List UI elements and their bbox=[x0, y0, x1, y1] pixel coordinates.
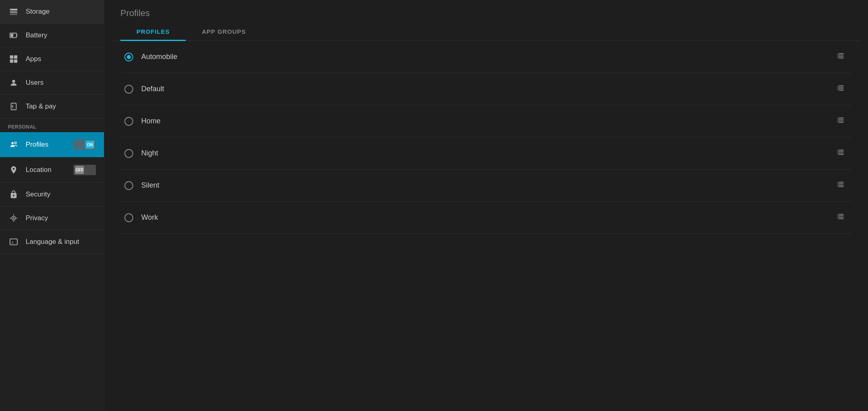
profile-item-night[interactable]: Night bbox=[120, 137, 852, 170]
profile-settings-work[interactable] bbox=[833, 211, 848, 225]
profile-settings-silent[interactable] bbox=[833, 178, 848, 192]
main-content: Profiles PROFILES APP GROUPS Automobile … bbox=[104, 0, 868, 411]
storage-icon bbox=[8, 7, 19, 16]
profile-item-automobile[interactable]: Automobile bbox=[120, 41, 852, 73]
svg-rect-9 bbox=[14, 59, 17, 63]
location-icon bbox=[8, 166, 19, 174]
profiles-toggle[interactable]: ON bbox=[73, 139, 96, 150]
sidebar-label-privacy: Privacy bbox=[26, 214, 96, 222]
sidebar: Storage Battery Apps bbox=[0, 0, 104, 411]
profile-radio-home[interactable] bbox=[124, 117, 133, 126]
profile-radio-night[interactable] bbox=[124, 149, 133, 158]
profile-name-automobile: Automobile bbox=[141, 53, 833, 61]
svg-rect-1 bbox=[10, 11, 17, 13]
sidebar-label-storage: Storage bbox=[26, 8, 96, 16]
profile-name-night: Night bbox=[141, 149, 833, 157]
profile-item-default[interactable]: Default bbox=[120, 73, 852, 105]
profiles-toggle-switch[interactable]: ON bbox=[73, 139, 96, 150]
sidebar-item-users[interactable]: Users bbox=[0, 71, 104, 95]
location-toggle-switch[interactable]: OFF bbox=[73, 165, 96, 175]
profile-item-work[interactable]: Work bbox=[120, 202, 852, 234]
svg-point-12 bbox=[12, 142, 14, 145]
profile-settings-night[interactable] bbox=[833, 146, 848, 160]
profile-radio-default[interactable] bbox=[124, 85, 133, 94]
sidebar-item-privacy[interactable]: Privacy bbox=[0, 207, 104, 230]
svg-rect-0 bbox=[10, 9, 17, 11]
profile-item-home[interactable]: Home bbox=[120, 105, 852, 137]
location-toggle[interactable]: OFF bbox=[73, 165, 96, 175]
profiles-icon bbox=[8, 140, 19, 149]
sidebar-label-profiles: Profiles bbox=[26, 141, 73, 149]
svg-point-10 bbox=[12, 80, 15, 83]
profiles-list: Automobile Default Home bbox=[104, 41, 868, 234]
svg-rect-4 bbox=[16, 34, 17, 37]
profile-name-silent: Silent bbox=[141, 181, 833, 190]
svg-rect-11 bbox=[11, 103, 16, 110]
profile-settings-default[interactable] bbox=[833, 82, 848, 96]
section-personal-label: PERSONAL bbox=[0, 119, 104, 132]
svg-rect-5 bbox=[11, 34, 13, 37]
profile-radio-automobile[interactable] bbox=[124, 53, 133, 61]
security-icon bbox=[8, 190, 19, 199]
language-icon: A bbox=[8, 237, 19, 246]
profile-name-home: Home bbox=[141, 117, 833, 125]
sidebar-label-language: Language & input bbox=[26, 238, 96, 246]
tap-pay-icon bbox=[8, 102, 19, 111]
profile-name-work: Work bbox=[141, 213, 833, 222]
sidebar-item-language[interactable]: A Language & input bbox=[0, 230, 104, 254]
profile-name-default: Default bbox=[141, 85, 833, 93]
profile-radio-silent[interactable] bbox=[124, 181, 133, 190]
svg-rect-6 bbox=[10, 55, 13, 59]
location-toggle-knob: OFF bbox=[75, 166, 84, 174]
profile-settings-home[interactable] bbox=[833, 114, 848, 128]
sidebar-label-location: Location bbox=[26, 166, 73, 174]
sidebar-label-users: Users bbox=[26, 79, 96, 87]
svg-rect-16 bbox=[10, 239, 17, 245]
profile-settings-automobile[interactable] bbox=[833, 50, 848, 64]
svg-point-15 bbox=[13, 217, 14, 219]
sidebar-label-tap-pay: Tap & pay bbox=[26, 102, 96, 110]
tabs-bar: PROFILES APP GROUPS bbox=[112, 22, 860, 41]
sidebar-item-security[interactable]: Security bbox=[0, 183, 104, 207]
main-header: Profiles bbox=[104, 0, 868, 22]
sidebar-item-battery[interactable]: Battery bbox=[0, 24, 104, 47]
svg-rect-2 bbox=[10, 14, 17, 15]
apps-icon bbox=[8, 55, 19, 63]
profiles-toggle-knob: ON bbox=[85, 141, 94, 149]
battery-icon bbox=[8, 31, 19, 40]
sidebar-item-apps[interactable]: Apps bbox=[0, 47, 104, 71]
sidebar-label-apps: Apps bbox=[26, 55, 96, 63]
profile-item-silent[interactable]: Silent bbox=[120, 170, 852, 202]
privacy-icon bbox=[8, 214, 19, 223]
svg-point-13 bbox=[14, 142, 16, 144]
tab-profiles[interactable]: PROFILES bbox=[120, 22, 186, 41]
svg-rect-7 bbox=[14, 55, 17, 59]
page-title: Profiles bbox=[120, 8, 852, 18]
svg-text:A: A bbox=[12, 241, 14, 244]
sidebar-item-storage[interactable]: Storage bbox=[0, 0, 104, 24]
users-icon bbox=[8, 78, 19, 87]
profile-radio-work[interactable] bbox=[124, 213, 133, 222]
sidebar-label-security: Security bbox=[26, 190, 96, 198]
sidebar-label-battery: Battery bbox=[26, 31, 96, 39]
tab-app-groups[interactable]: APP GROUPS bbox=[186, 22, 262, 41]
sidebar-item-tap-pay[interactable]: Tap & pay bbox=[0, 95, 104, 119]
radio-inner-automobile bbox=[127, 55, 131, 59]
svg-rect-8 bbox=[10, 59, 13, 63]
sidebar-item-location[interactable]: Location OFF bbox=[0, 157, 104, 183]
sidebar-item-profiles[interactable]: Profiles ON bbox=[0, 132, 104, 157]
